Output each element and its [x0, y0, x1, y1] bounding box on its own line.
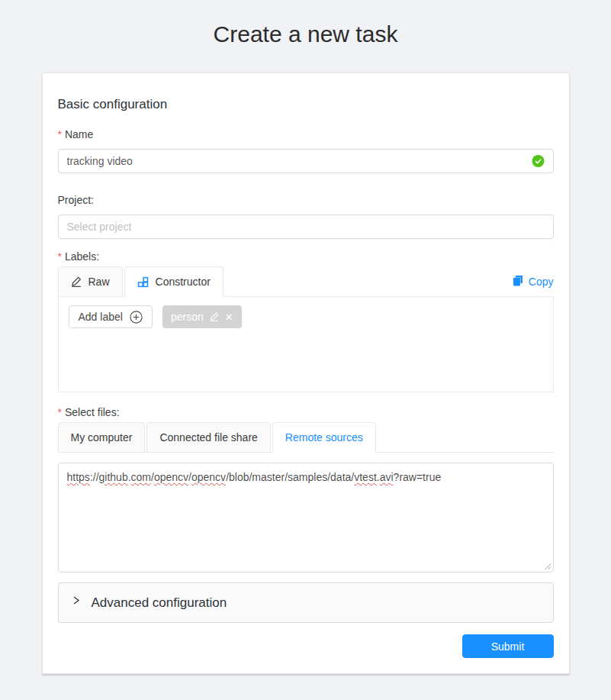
tab-my-computer-label: My computer	[71, 431, 133, 444]
tab-constructor[interactable]: Constructor	[124, 266, 223, 297]
close-icon[interactable]: ✕	[225, 312, 233, 322]
check-circle-icon	[532, 155, 545, 168]
required-asterisk: *	[58, 128, 62, 140]
tab-raw-label: Raw	[88, 276, 110, 288]
name-input-wrap	[58, 149, 554, 173]
project-form-item: Project:	[58, 192, 554, 239]
labels-tabs-bar: Raw Constructor Copy	[58, 266, 554, 297]
tab-my-computer[interactable]: My computer	[58, 422, 146, 453]
required-asterisk: *	[58, 406, 62, 418]
advanced-configuration-panel[interactable]: Advanced configuration	[58, 582, 554, 623]
submit-button[interactable]: Submit	[462, 634, 554, 658]
resize-handle-icon[interactable]	[544, 563, 552, 570]
copy-icon	[513, 275, 523, 289]
required-asterisk: *	[58, 250, 62, 263]
edit-icon	[71, 276, 82, 287]
basic-configuration-heading: Basic configuration	[58, 96, 554, 113]
tab-remote-sources-label: Remote sources	[285, 431, 363, 444]
create-task-page: Create a new task Basic configuration *N…	[0, 20, 611, 674]
build-icon	[137, 276, 149, 288]
create-task-card: Basic configuration *Name Project: *Labe…	[42, 73, 570, 674]
select-files-label-text: Select files:	[65, 406, 120, 418]
project-label: Project:	[58, 192, 554, 208]
label-tag-person[interactable]: person ✕	[162, 305, 242, 328]
tab-raw[interactable]: Raw	[58, 266, 123, 297]
label-tag-name: person	[171, 311, 204, 323]
tab-constructor-label: Constructor	[156, 276, 211, 288]
select-files-label: *Select files:	[58, 404, 554, 421]
files-form-item: *Select files: My computer Connected fil…	[58, 404, 554, 573]
project-select-input[interactable]	[58, 215, 554, 239]
submit-row: Submit	[58, 634, 554, 658]
advanced-configuration-label: Advanced configuration	[92, 595, 227, 611]
plus-circle-icon	[130, 311, 143, 324]
add-label-text: Add label	[79, 311, 123, 323]
add-label-button[interactable]: Add label	[69, 305, 153, 328]
page-title: Create a new task	[0, 20, 611, 49]
copy-label: Copy	[529, 276, 554, 288]
tab-remote-sources[interactable]: Remote sources	[272, 422, 376, 453]
name-label-text: Name	[65, 128, 93, 140]
copy-labels-button[interactable]: Copy	[513, 275, 554, 289]
labels-form-item: *Labels: Raw Constructor	[58, 248, 554, 392]
labels-label-text: Labels:	[65, 250, 99, 263]
tab-connected-file-share-label: Connected file share	[159, 431, 257, 444]
chevron-right-icon	[72, 595, 80, 605]
files-tabs-bar: My computer Connected file share Remote …	[58, 422, 554, 453]
remote-urls-textarea[interactable]: https://github.com/opencv/opencv/blob/ma…	[58, 463, 554, 573]
labels-constructor-area: Add label person ✕	[58, 297, 554, 392]
edit-icon[interactable]	[210, 312, 219, 321]
remote-urls-text: https://github.com/opencv/opencv/blob/ma…	[67, 469, 545, 485]
name-form-item: *Name	[58, 126, 554, 173]
labels-label: *Labels:	[58, 248, 554, 265]
name-input[interactable]	[58, 149, 554, 173]
tab-connected-file-share[interactable]: Connected file share	[146, 422, 270, 453]
name-label: *Name	[58, 126, 554, 143]
labels-tabs-extra: Copy	[513, 266, 554, 297]
